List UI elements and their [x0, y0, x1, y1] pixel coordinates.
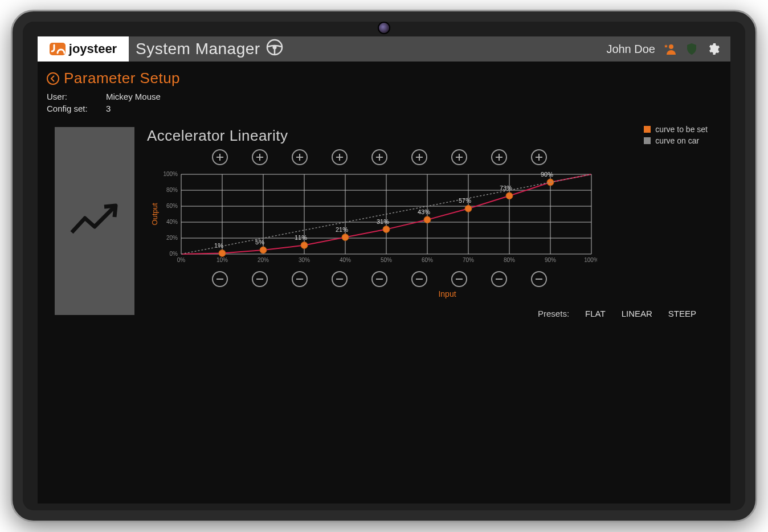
svg-text:43%: 43% [418, 208, 430, 215]
meta-user-label: User: [47, 92, 92, 101]
decrement-button-9[interactable] [531, 271, 547, 287]
svg-text:Output: Output [150, 203, 159, 225]
svg-text:57%: 57% [459, 197, 471, 204]
increment-button-9[interactable] [531, 149, 547, 165]
decrement-button-5[interactable] [371, 271, 387, 287]
decrement-button-3[interactable] [292, 271, 308, 287]
increment-button-1[interactable] [212, 149, 228, 165]
header-user-name: John Doe [606, 43, 655, 56]
svg-text:70%: 70% [463, 257, 474, 263]
page-title: Parameter Setup [64, 69, 180, 87]
svg-text:0%: 0% [177, 257, 186, 263]
steering-wheel-icon [266, 39, 283, 60]
svg-point-58 [219, 250, 226, 257]
svg-text:30%: 30% [299, 257, 310, 263]
svg-point-72 [506, 193, 513, 199]
decrement-button-6[interactable] [411, 271, 427, 287]
decrement-row [212, 271, 713, 287]
svg-text:40%: 40% [340, 257, 351, 263]
preset-flat[interactable]: FLAT [585, 309, 606, 318]
meta-config-value: 3 [106, 104, 111, 113]
svg-point-4 [669, 44, 673, 49]
preset-steep[interactable]: STEEP [668, 309, 696, 318]
svg-text:10%: 10% [216, 257, 228, 263]
app-title-text: System Manager [136, 40, 260, 58]
svg-text:80%: 80% [166, 187, 178, 193]
svg-point-66 [383, 226, 390, 233]
brand-name: joysteer [69, 42, 117, 56]
svg-text:90%: 90% [545, 257, 556, 263]
increment-button-3[interactable] [292, 149, 308, 165]
increment-button-2[interactable] [252, 149, 268, 165]
svg-point-70 [465, 205, 472, 212]
app-title: System Manager [136, 39, 283, 60]
decrement-button-7[interactable] [451, 271, 467, 287]
legend-label-car: curve on car [655, 136, 699, 145]
svg-text:21%: 21% [336, 226, 348, 233]
legend-swatch-set [644, 126, 651, 133]
decrement-button-8[interactable] [491, 271, 507, 287]
side-tile-trend[interactable] [55, 127, 134, 315]
brand-logo: joysteer [38, 36, 129, 62]
decrement-button-1[interactable] [212, 271, 228, 287]
svg-text:50%: 50% [381, 257, 392, 263]
legend-swatch-car [644, 137, 651, 144]
breadcrumb[interactable]: Parameter Setup [38, 62, 730, 92]
increment-button-7[interactable] [451, 149, 467, 165]
svg-text:100%: 100% [163, 171, 178, 177]
increment-row [212, 149, 713, 165]
svg-point-60 [260, 247, 267, 253]
svg-text:60%: 60% [166, 203, 178, 209]
svg-point-62 [301, 242, 308, 249]
user-star-icon[interactable] [663, 42, 677, 56]
shield-icon[interactable] [685, 42, 698, 56]
svg-text:20%: 20% [258, 257, 269, 263]
presets-label: Presets: [538, 309, 569, 318]
meta-config-label: Config set: [47, 104, 92, 113]
app-header: joysteer System Manager John Doe [38, 36, 730, 62]
increment-button-6[interactable] [411, 149, 427, 165]
increment-button-4[interactable] [332, 149, 348, 165]
back-icon[interactable] [47, 72, 59, 85]
svg-text:80%: 80% [504, 257, 515, 263]
trend-up-icon [69, 201, 120, 241]
presets-row: Presets: FLAT LINEAR STEEP [147, 309, 713, 318]
increment-button-8[interactable] [491, 149, 507, 165]
increment-button-5[interactable] [371, 149, 387, 165]
linearity-chart[interactable]: 0%10%20%30%40%50%60%70%80%90%100%0%20%40… [147, 169, 597, 265]
meta-user-value: Mickey Mouse [106, 92, 161, 101]
svg-text:31%: 31% [377, 218, 389, 225]
svg-text:40%: 40% [166, 219, 178, 225]
legend-label-set: curve to be set [655, 125, 708, 134]
tablet-camera [379, 23, 389, 33]
svg-text:0%: 0% [170, 251, 178, 257]
brand-mark-icon [50, 43, 66, 55]
chart-title: Accelerator Linearity [147, 127, 713, 145]
svg-point-64 [342, 234, 349, 241]
svg-text:11%: 11% [295, 234, 307, 241]
x-axis-label: Input [181, 289, 713, 298]
svg-text:20%: 20% [166, 235, 178, 241]
svg-text:90%: 90% [541, 171, 553, 178]
gear-icon[interactable] [706, 42, 720, 56]
decrement-button-2[interactable] [252, 271, 268, 287]
preset-linear[interactable]: LINEAR [622, 309, 652, 318]
chart-legend: curve to be set curve on car [644, 125, 708, 148]
svg-text:60%: 60% [422, 257, 433, 263]
svg-point-68 [424, 216, 431, 223]
decrement-button-4[interactable] [332, 271, 348, 287]
svg-text:100%: 100% [584, 257, 597, 263]
meta-block: User: Mickey Mouse Config set: 3 [38, 92, 730, 122]
